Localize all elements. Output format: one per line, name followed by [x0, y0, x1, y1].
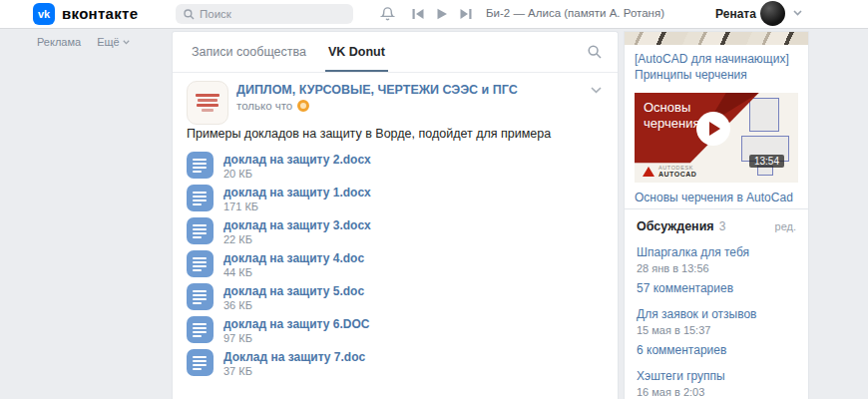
doc-size: 44 КБ — [223, 266, 364, 279]
discussion-title-link[interactable]: Для заявок и отзывов — [637, 307, 796, 321]
post-text: Примеры докладов на защиту в Ворде, подо… — [187, 127, 602, 141]
now-playing-title[interactable]: Би-2 — Алиса (памяти А. Ротаня) — [486, 7, 664, 19]
next-track-icon[interactable] — [460, 8, 472, 20]
chevron-down-icon — [123, 40, 130, 45]
doc-attachment[interactable]: доклад на защиту 5.doc 36 КБ — [187, 280, 602, 313]
chevron-down-icon[interactable] — [793, 10, 802, 16]
discussions-count: 3 — [719, 219, 726, 233]
video-thumbnail[interactable]: Основы черчения AUTODESK AUTOCAD 13:54 — [635, 93, 798, 183]
thumbnail-title: Основы черчения — [644, 100, 699, 132]
discussion-item: Шпаргалка для тебя 28 янв в 13:56 57 ком… — [637, 245, 796, 295]
discussion-title-link[interactable]: Хэштеги группы — [637, 369, 796, 383]
discussion-comments-link[interactable]: 57 комментариев — [637, 281, 796, 295]
vk-logo-icon[interactable]: vk — [33, 3, 55, 25]
group-name-link[interactable]: ДИПЛОМ, КУРСОВЫЕ, ЧЕРТЕЖИ СЭЭС и ПГС — [236, 83, 602, 97]
post-menu-chevron-icon[interactable] — [591, 87, 602, 94]
document-icon — [187, 283, 214, 310]
discussions-card: Обсуждения 3 ред. Шпаргалка для тебя 28 … — [624, 208, 809, 399]
doc-title-link[interactable]: доклад на защиту 2.docx — [223, 153, 371, 167]
discussions-edit-link[interactable]: ред. — [775, 220, 796, 232]
promo-image[interactable] — [625, 32, 808, 45]
doc-attachment[interactable]: доклад на защиту 2.docx 20 КБ — [187, 149, 602, 182]
global-search[interactable] — [176, 4, 353, 24]
user-menu-name[interactable]: Рената — [715, 7, 756, 21]
document-icon — [187, 185, 214, 211]
avatar[interactable] — [760, 1, 785, 26]
document-icon — [187, 152, 214, 179]
autodesk-mark-icon — [643, 167, 654, 177]
doc-title-link[interactable]: Доклад на защиту 7.doc — [223, 350, 365, 364]
post-timestamp[interactable]: только что — [236, 100, 292, 112]
discussion-title-link[interactable]: Шпаргалка для тебя — [637, 245, 796, 259]
top-bar: vk вконтакте Би-2 — Алиса (памяти А. Рот… — [0, 0, 868, 28]
previous-track-icon[interactable] — [412, 8, 424, 20]
discussions-title[interactable]: Обсуждения — [637, 219, 714, 233]
discussion-item: Для заявок и отзывов 15 мая в 15:37 6 ко… — [637, 307, 796, 357]
wall-tabs: Записи сообщества VK Donut — [173, 32, 618, 73]
doc-attachment[interactable]: доклад на защиту 6.DOC 97 КБ — [187, 313, 602, 346]
left-nav: Реклама Ещё — [37, 36, 130, 48]
doc-size: 97 КБ — [223, 332, 369, 345]
vk-donut-badge-icon — [297, 100, 309, 112]
doc-size: 36 КБ — [223, 299, 364, 312]
discussion-comments-link[interactable]: 6 комментариев — [637, 343, 796, 357]
play-button-icon[interactable] — [696, 112, 730, 146]
search-icon — [184, 9, 195, 20]
discussion-item: Хэштеги группы 16 мая в 2:03 3 комментар… — [637, 369, 796, 399]
doc-size: 22 КБ — [223, 233, 371, 246]
promo-post-link[interactable]: [AutoCAD для начинающих] Принципы черчен… — [625, 45, 808, 90]
doc-size: 171 КБ — [223, 200, 371, 213]
community-wall-panel: Записи сообщества VK Donut ДИПЛОМ, КУРСО… — [172, 31, 619, 399]
doc-title-link[interactable]: доклад на защиту 3.docx — [223, 218, 371, 232]
document-icon — [187, 349, 214, 376]
discussion-date: 16 мая в 2:03 — [637, 386, 796, 398]
sidebar-item-more[interactable]: Ещё — [97, 36, 130, 48]
tab-vk-donut[interactable]: VK Donut — [325, 32, 388, 72]
doc-title-link[interactable]: доклад на защиту 4.doc — [223, 251, 364, 265]
sidebar-video-card: [AutoCAD для начинающих] Принципы черчен… — [624, 31, 809, 214]
autodesk-logo: AUTODESK AUTOCAD — [643, 165, 696, 178]
sidebar-item-ads[interactable]: Реклама — [37, 36, 81, 48]
doc-attachment[interactable]: доклад на защиту 1.docx 171 КБ — [187, 182, 602, 214]
group-avatar[interactable] — [187, 81, 228, 125]
doc-attachment-list: доклад на защиту 2.docx 20 КБ доклад на … — [173, 143, 618, 387]
doc-title-link[interactable]: доклад на защиту 5.doc — [223, 284, 364, 298]
doc-attachment[interactable]: Доклад на защиту 7.doc 37 КБ — [187, 346, 602, 379]
document-icon — [187, 316, 214, 343]
doc-size: 20 КБ — [223, 168, 371, 181]
vk-wordmark[interactable]: вконтакте — [62, 5, 138, 22]
discussion-date: 15 мая в 15:37 — [637, 324, 796, 336]
video-duration-badge: 13:54 — [749, 155, 784, 168]
tab-community-posts[interactable]: Записи сообщества — [189, 32, 309, 72]
discussion-date: 28 янв в 13:56 — [637, 262, 796, 274]
document-icon — [187, 250, 214, 277]
doc-size: 37 КБ — [223, 365, 365, 378]
wall-search-icon[interactable] — [588, 45, 602, 59]
post: ДИПЛОМ, КУРСОВЫЕ, ЧЕРТЕЖИ СЭЭС и ПГС тол… — [173, 73, 618, 141]
doc-attachment[interactable]: доклад на защиту 4.doc 44 КБ — [187, 247, 602, 280]
play-icon[interactable] — [436, 8, 448, 20]
doc-title-link[interactable]: доклад на защиту 1.docx — [223, 186, 371, 200]
search-input[interactable] — [200, 8, 353, 20]
doc-attachment[interactable]: доклад на защиту 3.docx 22 КБ — [187, 214, 602, 247]
doc-title-link[interactable]: доклад на защиту 6.DOC — [223, 317, 369, 331]
document-icon — [187, 217, 214, 244]
bell-icon[interactable] — [380, 5, 395, 22]
